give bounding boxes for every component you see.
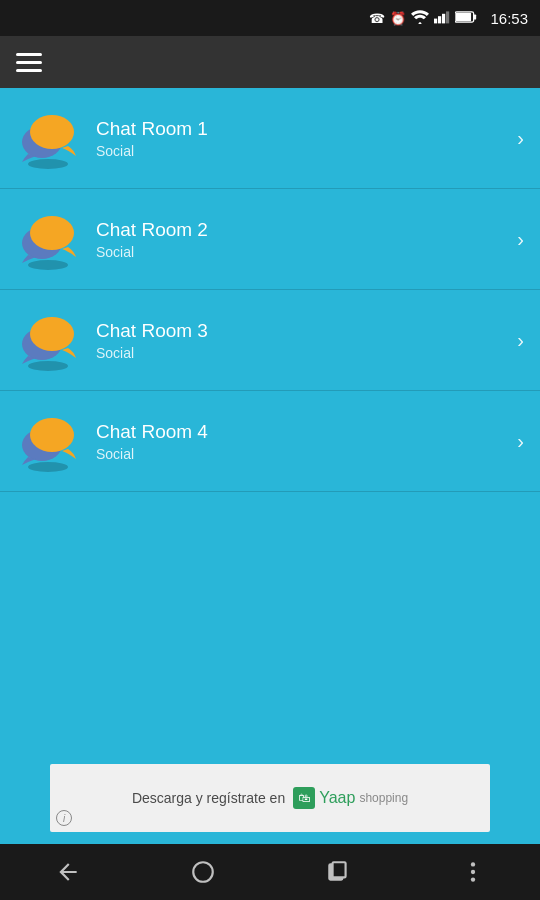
recents-button[interactable]: [314, 848, 362, 896]
home-button[interactable]: [179, 848, 227, 896]
phone-signal-icon: ☎: [369, 11, 385, 26]
chat-avatar-3: [16, 308, 80, 372]
chat-arrow-2: ›: [517, 228, 524, 251]
chat-subtitle-4: Social: [96, 446, 517, 462]
chat-info-2: Chat Room 2 Social: [96, 219, 517, 260]
chat-subtitle-3: Social: [96, 345, 517, 361]
chat-arrow-1: ›: [517, 127, 524, 150]
chat-avatar-2: [16, 207, 80, 271]
chat-info-3: Chat Room 3 Social: [96, 320, 517, 361]
ad-text: Descarga y regístrate en 🛍 Yaap shopping: [132, 787, 408, 809]
chat-room-item-3[interactable]: Chat Room 3 Social ›: [0, 290, 540, 391]
svg-point-22: [470, 862, 474, 866]
svg-point-12: [30, 216, 74, 250]
chat-subtitle-1: Social: [96, 143, 517, 159]
svg-rect-5: [456, 12, 471, 20]
status-bar: ☎ ⏰ 16:53: [0, 0, 540, 36]
chat-name-4: Chat Room 4: [96, 421, 517, 443]
chat-room-item-2[interactable]: Chat Room 2 Social ›: [0, 189, 540, 290]
chat-room-item-1[interactable]: Chat Room 1 Social ›: [0, 88, 540, 189]
more-options-button[interactable]: [449, 848, 497, 896]
status-icons: ☎ ⏰ 16:53: [369, 10, 528, 27]
svg-point-13: [28, 361, 68, 371]
chat-arrow-3: ›: [517, 329, 524, 352]
nav-bar: [0, 36, 540, 88]
svg-point-16: [28, 462, 68, 472]
chat-name-1: Chat Room 1: [96, 118, 517, 140]
chat-list: Chat Room 1 Social › Chat Room 2 Social: [0, 88, 540, 492]
empty-content-area: [0, 492, 540, 756]
chat-subtitle-2: Social: [96, 244, 517, 260]
svg-point-18: [30, 418, 74, 452]
yaap-brand: Yaap: [319, 789, 355, 807]
chat-arrow-4: ›: [517, 430, 524, 453]
chat-avatar-4: [16, 409, 80, 473]
svg-rect-0: [434, 18, 437, 23]
chat-avatar-1: [16, 106, 80, 170]
chat-room-item-4[interactable]: Chat Room 4 Social ›: [0, 391, 540, 492]
yaap-logo: 🛍 Yaap shopping: [293, 787, 408, 809]
hamburger-menu-button[interactable]: [16, 53, 42, 72]
main-content: Chat Room 1 Social › Chat Room 2 Social: [0, 88, 540, 844]
svg-point-15: [30, 317, 74, 351]
svg-rect-6: [474, 14, 477, 19]
status-time: 16:53: [490, 10, 528, 27]
chat-name-2: Chat Room 2: [96, 219, 517, 241]
svg-point-24: [470, 877, 474, 881]
battery-icon: [455, 10, 477, 27]
alarm-icon: ⏰: [390, 11, 406, 26]
svg-rect-1: [438, 16, 441, 23]
back-button[interactable]: [44, 848, 92, 896]
svg-point-7: [28, 159, 68, 169]
yaap-bag-icon: 🛍: [293, 787, 315, 809]
signal-bars-icon: [434, 10, 450, 27]
ad-description: Descarga y regístrate en: [132, 790, 285, 806]
svg-point-23: [470, 870, 474, 874]
ad-info-icon: i: [56, 810, 72, 826]
chat-info-4: Chat Room 4 Social: [96, 421, 517, 462]
svg-rect-21: [332, 862, 345, 877]
svg-point-10: [28, 260, 68, 270]
wifi-icon: [411, 10, 429, 27]
svg-rect-2: [442, 13, 445, 23]
chat-info-1: Chat Room 1 Social: [96, 118, 517, 159]
svg-point-19: [193, 862, 213, 882]
svg-point-9: [30, 115, 74, 149]
chat-name-3: Chat Room 3: [96, 320, 517, 342]
svg-rect-3: [446, 11, 449, 23]
ad-suffix: shopping: [359, 791, 408, 805]
bottom-nav-bar: [0, 844, 540, 900]
ad-banner[interactable]: i Descarga y regístrate en 🛍 Yaap shoppi…: [50, 764, 490, 832]
